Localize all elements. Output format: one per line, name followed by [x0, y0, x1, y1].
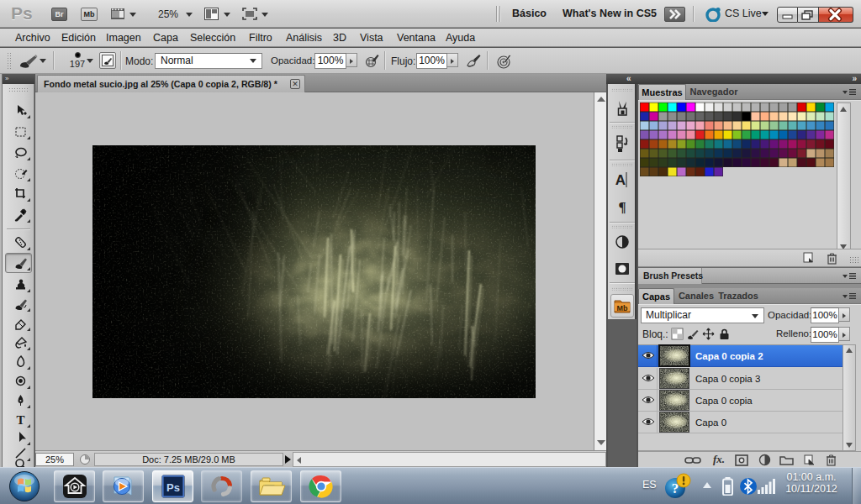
svg-text:A: A: [615, 172, 626, 188]
svg-text:¶: ¶: [618, 199, 626, 215]
svg-text:Mb: Mb: [617, 304, 628, 312]
svg-text:Ps: Ps: [166, 481, 180, 494]
svg-text:T: T: [16, 413, 24, 427]
